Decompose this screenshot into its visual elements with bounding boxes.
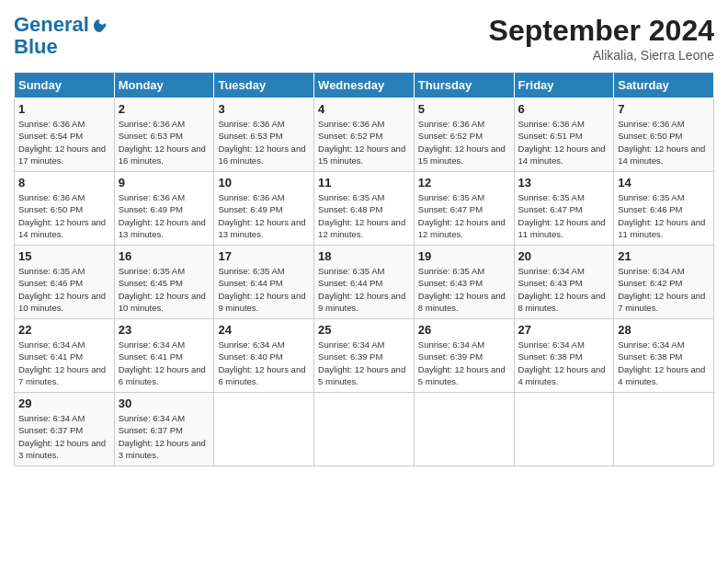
col-friday: Friday [514, 73, 614, 98]
table-row: 26Sunrise: 6:34 AM Sunset: 6:39 PM Dayli… [414, 319, 514, 393]
table-row: 12Sunrise: 6:35 AM Sunset: 6:47 PM Dayli… [414, 172, 514, 246]
logo: General Blue [14, 14, 108, 58]
table-row [514, 393, 614, 466]
col-monday: Monday [114, 73, 214, 98]
table-row: 21Sunrise: 6:34 AM Sunset: 6:42 PM Dayli… [614, 246, 714, 319]
day-number: 25 [318, 323, 410, 337]
table-row: 10Sunrise: 6:36 AM Sunset: 6:49 PM Dayli… [214, 172, 314, 246]
day-info: Sunrise: 6:35 AM Sunset: 6:48 PM Dayligh… [318, 191, 410, 240]
day-info: Sunrise: 6:36 AM Sunset: 6:50 PM Dayligh… [618, 118, 710, 167]
day-number: 10 [218, 176, 310, 190]
table-row: 29Sunrise: 6:34 AM Sunset: 6:37 PM Dayli… [15, 393, 115, 466]
day-number: 17 [218, 249, 310, 263]
day-info: Sunrise: 6:34 AM Sunset: 6:37 PM Dayligh… [119, 412, 210, 461]
table-row: 1Sunrise: 6:36 AM Sunset: 6:54 PM Daylig… [15, 98, 115, 172]
day-info: Sunrise: 6:35 AM Sunset: 6:43 PM Dayligh… [418, 265, 510, 314]
day-number: 11 [318, 176, 410, 190]
day-number: 3 [218, 102, 310, 116]
day-number: 8 [18, 176, 110, 190]
day-number: 16 [119, 249, 210, 263]
table-row: 5Sunrise: 6:36 AM Sunset: 6:52 PM Daylig… [414, 98, 514, 172]
day-info: Sunrise: 6:35 AM Sunset: 6:46 PM Dayligh… [618, 191, 710, 240]
logo-text-blue: Blue [14, 36, 108, 58]
table-row: 28Sunrise: 6:34 AM Sunset: 6:38 PM Dayli… [614, 319, 714, 393]
logo-bird-icon [91, 17, 108, 34]
day-number: 19 [418, 249, 510, 263]
table-row: 27Sunrise: 6:34 AM Sunset: 6:38 PM Dayli… [514, 319, 614, 393]
table-row: 8Sunrise: 6:36 AM Sunset: 6:50 PM Daylig… [15, 172, 115, 246]
day-info: Sunrise: 6:36 AM Sunset: 6:49 PM Dayligh… [218, 191, 310, 240]
page-header: General Blue September 2024 Alikalia, Si… [14, 14, 714, 63]
day-number: 27 [518, 323, 610, 337]
day-info: Sunrise: 6:34 AM Sunset: 6:41 PM Dayligh… [119, 339, 210, 387]
table-row: 18Sunrise: 6:35 AM Sunset: 6:44 PM Dayli… [314, 246, 415, 319]
day-info: Sunrise: 6:35 AM Sunset: 6:47 PM Dayligh… [418, 191, 510, 240]
day-info: Sunrise: 6:36 AM Sunset: 6:54 PM Dayligh… [18, 118, 110, 167]
day-info: Sunrise: 6:34 AM Sunset: 6:37 PM Dayligh… [18, 412, 110, 461]
day-number: 26 [418, 323, 510, 337]
table-row: 19Sunrise: 6:35 AM Sunset: 6:43 PM Dayli… [414, 246, 514, 319]
table-row: 16Sunrise: 6:35 AM Sunset: 6:45 PM Dayli… [114, 246, 214, 319]
day-number: 21 [618, 249, 710, 263]
table-row: 2Sunrise: 6:36 AM Sunset: 6:53 PM Daylig… [114, 98, 214, 172]
day-info: Sunrise: 6:35 AM Sunset: 6:44 PM Dayligh… [218, 265, 310, 314]
day-info: Sunrise: 6:36 AM Sunset: 6:52 PM Dayligh… [418, 118, 510, 167]
day-info: Sunrise: 6:35 AM Sunset: 6:47 PM Dayligh… [518, 191, 610, 240]
day-number: 9 [119, 176, 210, 190]
day-number: 30 [119, 396, 210, 410]
table-row [214, 393, 314, 466]
table-row: 25Sunrise: 6:34 AM Sunset: 6:39 PM Dayli… [314, 319, 415, 393]
table-row: 11Sunrise: 6:35 AM Sunset: 6:48 PM Dayli… [314, 172, 415, 246]
day-number: 4 [318, 102, 410, 116]
col-saturday: Saturday [614, 73, 714, 98]
day-number: 28 [618, 323, 710, 337]
day-info: Sunrise: 6:35 AM Sunset: 6:44 PM Dayligh… [318, 265, 410, 314]
table-row: 9Sunrise: 6:36 AM Sunset: 6:49 PM Daylig… [114, 172, 214, 246]
table-row: 7Sunrise: 6:36 AM Sunset: 6:50 PM Daylig… [614, 98, 714, 172]
day-number: 12 [418, 176, 510, 190]
table-row: 30Sunrise: 6:34 AM Sunset: 6:37 PM Dayli… [114, 393, 214, 466]
day-info: Sunrise: 6:35 AM Sunset: 6:46 PM Dayligh… [18, 265, 110, 314]
day-number: 15 [18, 249, 110, 263]
day-info: Sunrise: 6:34 AM Sunset: 6:42 PM Dayligh… [618, 265, 710, 314]
day-info: Sunrise: 6:34 AM Sunset: 6:43 PM Dayligh… [518, 265, 610, 314]
day-number: 13 [518, 176, 610, 190]
calendar-header-row: Sunday Monday Tuesday Wednesday Thursday… [15, 73, 714, 98]
day-info: Sunrise: 6:36 AM Sunset: 6:49 PM Dayligh… [119, 191, 210, 240]
day-number: 24 [218, 323, 310, 337]
table-row: 15Sunrise: 6:35 AM Sunset: 6:46 PM Dayli… [15, 246, 115, 319]
table-row: 17Sunrise: 6:35 AM Sunset: 6:44 PM Dayli… [214, 246, 314, 319]
day-number: 22 [18, 323, 110, 337]
day-number: 1 [18, 102, 110, 116]
table-row [414, 393, 514, 466]
day-number: 6 [518, 102, 610, 116]
table-row: 3Sunrise: 6:36 AM Sunset: 6:53 PM Daylig… [214, 98, 314, 172]
day-info: Sunrise: 6:35 AM Sunset: 6:45 PM Dayligh… [119, 265, 210, 314]
day-info: Sunrise: 6:34 AM Sunset: 6:38 PM Dayligh… [518, 339, 610, 387]
month-title: September 2024 [489, 14, 714, 48]
col-thursday: Thursday [414, 73, 514, 98]
day-info: Sunrise: 6:36 AM Sunset: 6:53 PM Dayligh… [119, 118, 210, 167]
table-row: 14Sunrise: 6:35 AM Sunset: 6:46 PM Dayli… [614, 172, 714, 246]
day-number: 29 [18, 396, 110, 410]
day-number: 2 [119, 102, 210, 116]
day-info: Sunrise: 6:36 AM Sunset: 6:52 PM Dayligh… [318, 118, 410, 167]
day-number: 20 [518, 249, 610, 263]
table-row: 23Sunrise: 6:34 AM Sunset: 6:41 PM Dayli… [114, 319, 214, 393]
logo-text-general: General [14, 13, 89, 36]
day-number: 14 [618, 176, 710, 190]
day-number: 18 [318, 249, 410, 263]
title-section: September 2024 Alikalia, Sierra Leone [489, 14, 714, 63]
day-info: Sunrise: 6:34 AM Sunset: 6:40 PM Dayligh… [218, 339, 310, 387]
table-row: 6Sunrise: 6:36 AM Sunset: 6:51 PM Daylig… [514, 98, 614, 172]
table-row: 22Sunrise: 6:34 AM Sunset: 6:41 PM Dayli… [15, 319, 115, 393]
col-sunday: Sunday [15, 73, 115, 98]
day-number: 7 [618, 102, 710, 116]
table-row [314, 393, 415, 466]
table-row: 4Sunrise: 6:36 AM Sunset: 6:52 PM Daylig… [314, 98, 415, 172]
day-info: Sunrise: 6:36 AM Sunset: 6:51 PM Dayligh… [518, 118, 610, 167]
col-tuesday: Tuesday [214, 73, 314, 98]
day-number: 23 [119, 323, 210, 337]
day-info: Sunrise: 6:34 AM Sunset: 6:38 PM Dayligh… [618, 339, 710, 387]
day-info: Sunrise: 6:34 AM Sunset: 6:39 PM Dayligh… [318, 339, 410, 387]
